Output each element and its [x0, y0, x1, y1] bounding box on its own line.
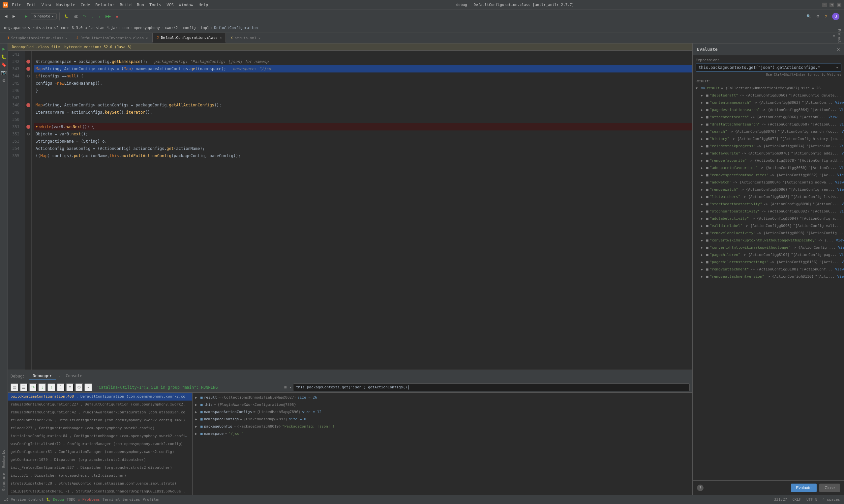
remote-config[interactable]: ⚙ remote ▾ [31, 13, 57, 19]
var-item-namespaceconfigs[interactable]: ▶ ■ namespaceConfigs = {LinkedHashMap@78… [192, 416, 692, 423]
terminal-tab[interactable]: Terminal [103, 498, 120, 502]
debug-more-btn[interactable]: ⋯ [84, 383, 92, 391]
breadcrumb-part-5[interactable]: config [183, 26, 196, 30]
toolbar-debug-button[interactable]: 🐛 [62, 12, 71, 21]
menu-build[interactable]: Build [120, 3, 132, 7]
encoding[interactable]: UTF-8 [806, 498, 817, 502]
sidebar-structure-tab[interactable]: Structure [1, 470, 7, 493]
var-expand-nac[interactable]: ▶ [195, 409, 199, 415]
minimize-button[interactable]: ─ [822, 3, 827, 7]
recent-files-icon[interactable]: ≡ [833, 34, 835, 38]
code-content[interactable]: String namespace = packageConfig.getName… [32, 51, 692, 370]
breadcrumb-part-7[interactable]: DefaultConfiguration [214, 26, 258, 30]
maximize-button[interactable]: □ [829, 3, 834, 7]
breadcrumb-part-6[interactable]: impl [201, 26, 209, 30]
filter-icon[interactable]: ⊟ [284, 385, 287, 390]
code-editor[interactable]: 341 342 343 344 345 346 347 348 349 350 … [8, 51, 692, 370]
result-tree[interactable]: ▼ ∞∞ result = (Collections$UnmodifiableM… [696, 85, 841, 280]
result-item-stopheartbeat[interactable]: ▶ ■ "stopheartbeatactivity" -> {ActionCo… [701, 208, 841, 215]
menu-help[interactable]: Help [199, 3, 208, 7]
close-button[interactable]: ✕ [837, 3, 841, 7]
var-expand-nc[interactable]: ▶ [195, 416, 199, 422]
toolbar-avatar-button[interactable]: U [830, 12, 841, 21]
toolbar-step-into-button[interactable]: ↓ [89, 12, 95, 21]
breadcrumb-part-4[interactable]: xwork2 [165, 26, 178, 30]
frame-item-8[interactable]: getContainer:1079 , Dispatcher (org.apac… [8, 456, 192, 464]
var-item-this[interactable]: ▶ ■ this = {PluginAwareXWorkConfiguratio… [192, 401, 692, 409]
result-item-addfavourite[interactable]: ▶ ■ "addfavourite" -> {ActionConfig@8076… [701, 150, 841, 157]
frame-item-9[interactable]: init_PreloadConfiguration:537 , Dispatch… [8, 464, 192, 472]
menu-run[interactable]: Run [137, 3, 144, 7]
result-item-reindextaskprogress[interactable]: ▶ ■ "reindextaskprogress" -> {ActionConf… [701, 143, 841, 150]
var-item-namespace[interactable]: ▶ ■ namespace = "/json" [192, 430, 692, 437]
toolbar-step-out-button[interactable]: ↑ [97, 12, 103, 21]
frame-item-1[interactable]: rebuildRuntimeConfiguration:227 , Defaul… [8, 400, 192, 409]
window-controls[interactable]: ─ □ ✕ [822, 3, 841, 7]
result-root-expand[interactable]: ▼ [696, 85, 700, 92]
debug-frames-panel[interactable]: buildRuntimeConfiguration:408 , DefaultC… [8, 393, 192, 495]
debug-remote-close[interactable]: ✕ [58, 374, 60, 378]
toolbar-help-button[interactable]: ? [823, 12, 829, 21]
toolbar-attach-button[interactable]: ⛓ [72, 12, 80, 21]
result-item-convertwiki[interactable]: ▶ ■ "convertwikimarkuptoxhtmlwithoutpage… [701, 237, 841, 244]
menu-bar[interactable]: File Edit View Navigate Code Refactor Bu… [12, 3, 208, 7]
frame-item-2[interactable]: rebuildRuntimeConfiguration:42 , PluginA… [8, 409, 192, 416]
line-ending[interactable]: CRLF [792, 498, 801, 502]
frame-item-3[interactable]: reloadContainer:296 , DefaultConfigurati… [8, 416, 192, 424]
result-item-addlabelactivity[interactable]: ▶ ■ "addlabelactivity" -> {ActionConfig@… [701, 215, 841, 222]
tab-close-2[interactable]: ✕ [146, 36, 148, 40]
result-item-addspacetofavourites[interactable]: ▶ ■ "addspacetofavourites" -> {ActionCon… [701, 164, 841, 172]
close-evaluate-button[interactable]: Close [819, 484, 840, 492]
debug-step-over-btn[interactable]: ↷ [29, 383, 37, 391]
expression-dropdown[interactable]: ▾ [833, 64, 841, 71]
tab-close-3[interactable]: ✕ [220, 36, 222, 39]
result-item-pagedestinationsearch[interactable]: ▶ ■ "pagedestinationsearch" -> {ActionCo… [701, 106, 841, 114]
expression-input[interactable] [696, 64, 833, 71]
var-item-namespaceactionconfigs[interactable]: ▶ ■ namespaceActionConfigs = {LinkedHash… [192, 409, 692, 416]
result-item-removewatch[interactable]: ▶ ■ "removewatch" -> {ActionConfig@8086}… [701, 186, 841, 193]
result-item-removeattachment[interactable]: ▶ ■ "removeattachment" -> {ActionConfig@… [701, 266, 841, 273]
result-item-contentnamesearch[interactable]: ▶ ■ "contentnamesearch" -> {ActionConfig… [701, 99, 841, 106]
version-control-tab[interactable]: Version Control [11, 498, 44, 502]
toolbar-step-over-button[interactable]: ↷ [81, 12, 88, 21]
menu-file[interactable]: File [12, 3, 21, 7]
result-item-history[interactable]: ▶ ■ "history" -> {ActionConfig@8072} "[A… [701, 136, 841, 143]
result-item-startheartbeat[interactable]: ▶ ■ "startheartbeatactivity" -> {ActionC… [701, 201, 841, 208]
project-icon[interactable]: Project [838, 29, 841, 43]
result-item-removeattachmentversion[interactable]: ▶ ■ "removeattachmentversion" -> {Action… [701, 273, 841, 280]
toolbar-forward-button[interactable]: ▶ [11, 12, 17, 21]
debug-tab-status[interactable]: 🐛 Debug [46, 498, 64, 502]
result-item-draftattachmentsearch[interactable]: ▶ ■ "draftattachmentsearch" -> {ActionCo… [701, 121, 841, 128]
debug-evaluate-btn[interactable]: ≡ [66, 383, 74, 391]
menu-vcs[interactable]: VCS [167, 3, 174, 7]
frame-item-7[interactable]: getConfiguration:61 , ConfigurationManag… [8, 448, 192, 456]
evaluate-help-button[interactable]: ? [697, 485, 704, 491]
breadcrumb-part-1[interactable]: org.apache.struts.struts2-core-6.3.0-atl… [4, 26, 117, 30]
toolbar-run-button[interactable]: ▶ [23, 12, 29, 21]
debug-list-button[interactable]: ☰ [20, 383, 28, 391]
frame-item-0[interactable]: buildRuntimeConfiguration:408 , DefaultC… [8, 393, 192, 400]
tab-struts-xml[interactable]: X struts.xml ✕ [226, 33, 265, 43]
frame-item-6[interactable]: wasConfigInitialised:72 , ConfigurationM… [8, 440, 192, 448]
menu-view[interactable]: View [41, 3, 51, 7]
frame-item-5[interactable]: initialiseConfiguration:84 , Configurati… [8, 432, 192, 440]
result-item-pagechildrenstoresettings[interactable]: ▶ ■ "pagechildrenstoresettings" -> {Acti… [701, 258, 841, 266]
menu-edit[interactable]: Edit [27, 3, 36, 7]
debug-variables-panel[interactable]: ▶ ■ result = (Collections$UnmodifiableMa… [192, 393, 692, 495]
result-item-removespacefromfavourites[interactable]: ▶ ■ "removespacefromfavourites" -> {Acti… [701, 172, 841, 179]
sidebar-bookmarks-tab[interactable]: Bookmarks [1, 447, 7, 470]
frame-item-10[interactable]: init:571 , Dispatcher (org.apache.struts… [8, 472, 192, 480]
result-item-search[interactable]: ▶ ■ "search" -> {ActionConfig@8070} "[Ac… [701, 128, 841, 136]
result-item-deletedraft[interactable]: ▶ ■ "deletedraft" -> {ActionConfig@8060}… [701, 92, 841, 99]
sidebar-camera-icon[interactable]: 📷 [0, 69, 8, 76]
evaluate-button[interactable]: Evaluate [791, 484, 817, 492]
indent[interactable]: 4 spaces [823, 498, 840, 502]
var-item-packageconfig[interactable]: ▶ ■ packageConfig = {PackageConfig@8019}… [192, 423, 692, 430]
menu-navigate[interactable]: Navigate [56, 3, 75, 7]
tab-close-1[interactable]: ✕ [66, 36, 68, 40]
menu-code[interactable]: Code [81, 3, 90, 7]
result-item-removelabelactivity[interactable]: ▶ ■ "removelabelactivity" -> {ActionConf… [701, 230, 841, 237]
result-root[interactable]: ▼ ∞∞ result = (Collections$UnmodifiableM… [696, 85, 841, 92]
frame-item-4[interactable]: reload:227 , ConfigurationManager (com.o… [8, 424, 192, 432]
debug-tab-debugger[interactable]: Debugger [29, 372, 56, 380]
